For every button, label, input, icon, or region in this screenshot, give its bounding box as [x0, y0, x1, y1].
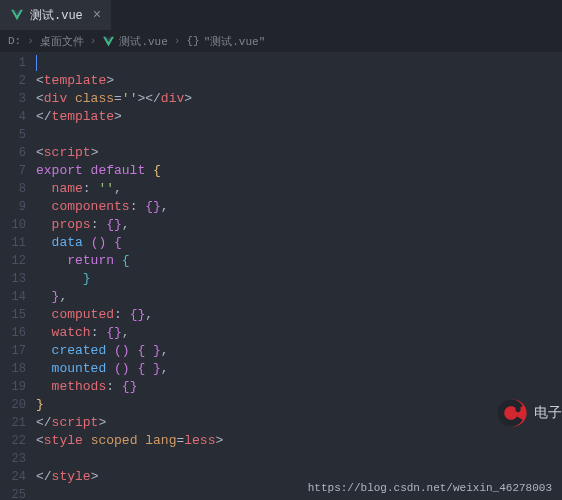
line-number: 2 — [0, 72, 26, 90]
line-number: 25 — [0, 486, 26, 500]
chevron-right-icon: › — [27, 35, 34, 47]
braces-icon: {} — [186, 35, 199, 47]
bc-file[interactable]: 测试.vue — [119, 34, 167, 49]
line-number: 14 — [0, 288, 26, 306]
svg-point-1 — [516, 407, 521, 412]
close-icon[interactable]: × — [93, 7, 101, 23]
vue-icon — [102, 35, 115, 48]
line-number: 22 — [0, 432, 26, 450]
line-number: 17 — [0, 342, 26, 360]
line-number: 12 — [0, 252, 26, 270]
line-number: 18 — [0, 360, 26, 378]
logo-icon — [496, 396, 530, 430]
chevron-right-icon: › — [90, 35, 97, 47]
line-number: 3 — [0, 90, 26, 108]
bc-drive[interactable]: D: — [8, 35, 21, 47]
vue-icon — [10, 8, 24, 22]
line-number: 23 — [0, 450, 26, 468]
line-number: 7 — [0, 162, 26, 180]
editor[interactable]: 1234567891011121314151617181920212223242… — [0, 52, 562, 500]
line-number: 15 — [0, 306, 26, 324]
line-number: 20 — [0, 396, 26, 414]
breadcrumb: D: › 桌面文件 › 测试.vue › {} "测试.vue" — [0, 30, 562, 52]
logo-badge: 电子 — [496, 396, 562, 430]
chevron-right-icon: › — [174, 35, 181, 47]
line-number: 5 — [0, 126, 26, 144]
tab-active[interactable]: 测试.vue × — [0, 0, 111, 30]
line-number: 13 — [0, 270, 26, 288]
line-number: 24 — [0, 468, 26, 486]
line-number: 9 — [0, 198, 26, 216]
watermark-text: https://blog.csdn.net/weixin_46278003 — [308, 482, 552, 494]
line-number: 1 — [0, 54, 26, 72]
logo-text: 电子 — [534, 404, 562, 422]
line-number: 10 — [0, 216, 26, 234]
line-number: 8 — [0, 180, 26, 198]
line-number: 19 — [0, 378, 26, 396]
bc-folder[interactable]: 桌面文件 — [40, 34, 84, 49]
code-area[interactable]: <template> <div class=''></div> </templa… — [36, 52, 562, 500]
line-number: 6 — [0, 144, 26, 162]
line-number: 16 — [0, 324, 26, 342]
line-number: 21 — [0, 414, 26, 432]
line-number: 4 — [0, 108, 26, 126]
line-number: 11 — [0, 234, 26, 252]
line-gutter: 1234567891011121314151617181920212223242… — [0, 52, 36, 500]
bc-symbol[interactable]: "测试.vue" — [204, 34, 266, 49]
cursor — [36, 55, 37, 71]
tab-label: 测试.vue — [30, 7, 83, 24]
tab-bar: 测试.vue × — [0, 0, 562, 30]
